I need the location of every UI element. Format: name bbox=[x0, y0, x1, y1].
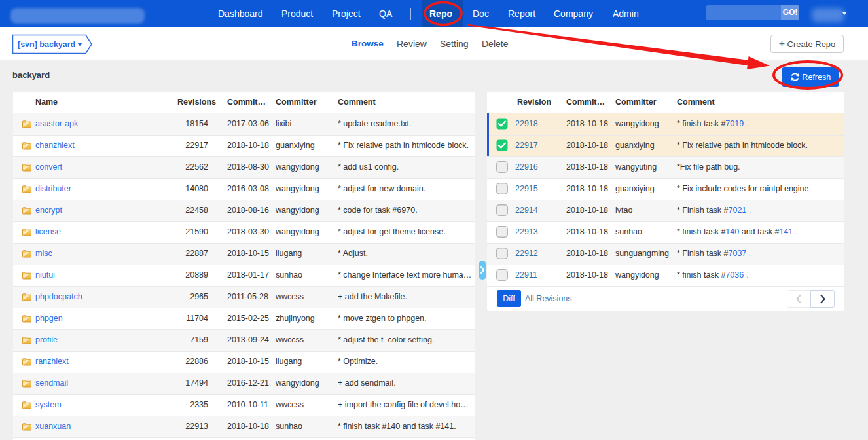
svg-text:[svn] backyard: [svn] backyard bbox=[18, 40, 75, 49]
